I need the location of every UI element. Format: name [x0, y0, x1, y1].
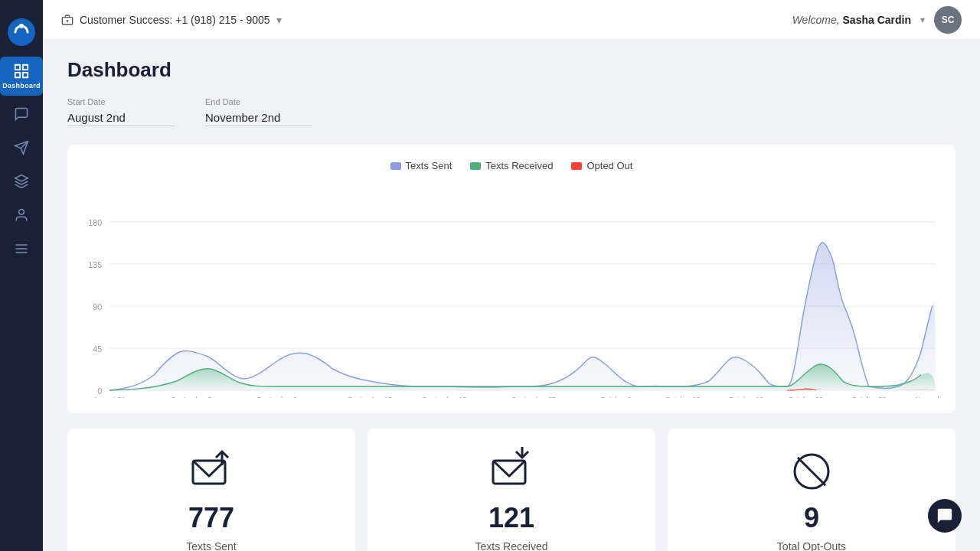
sidebar-item-more[interactable] — [6, 233, 37, 264]
chart-container: Texts Sent Texts Received Opted Out 0 45… — [67, 145, 956, 413]
menu-icon — [14, 241, 29, 256]
svg-text:September 15: September 15 — [348, 396, 392, 398]
svg-rect-4 — [15, 73, 20, 77]
svg-text:45: 45 — [93, 344, 102, 354]
svg-text:September 18: September 18 — [422, 396, 466, 398]
stat-card-opt-outs: 9 Total Opt-Outs — [668, 429, 956, 551]
sidebar-item-contacts[interactable] — [6, 200, 37, 230]
send-icon — [14, 140, 29, 155]
topbar-user: Welcome, Sasha Cardin ▾ SC — [792, 6, 962, 34]
svg-text:September 3: September 3 — [171, 396, 211, 398]
texts-received-icon — [487, 447, 536, 496]
svg-text:November 1: November 1 — [915, 396, 943, 398]
svg-text:September 25: September 25 — [511, 396, 556, 398]
main-content: Customer Success: +1 (918) 215 - 9005 ▾ … — [43, 0, 980, 551]
svg-text:135: 135 — [88, 260, 102, 269]
svg-text:October 6: October 6 — [600, 396, 632, 398]
legend-optout-dot — [571, 162, 582, 170]
start-date-label: Start Date — [67, 97, 175, 106]
texts-received-count: 121 — [488, 502, 534, 534]
business-chevron[interactable]: ▾ — [276, 14, 282, 26]
legend-sent-label: Texts Sent — [406, 160, 452, 171]
svg-text:October 16: October 16 — [728, 396, 763, 398]
legend-received-label: Texts Received — [485, 160, 553, 171]
topbar: Customer Success: +1 (918) 215 - 9005 ▾ … — [43, 0, 980, 40]
sidebar-item-campaigns[interactable] — [6, 132, 37, 163]
layers-icon — [14, 174, 29, 189]
sidebar-item-conversations[interactable] — [6, 99, 37, 129]
start-date-field: Start Date — [67, 97, 175, 126]
business-name: Customer Success: +1 (918) 215 - 9005 — [80, 14, 270, 26]
legend-opted-out: Opted Out — [571, 160, 632, 171]
opt-out-icon — [787, 447, 836, 496]
opt-outs-label: Total Opt-Outs — [777, 540, 846, 551]
texts-received-label: Texts Received — [475, 540, 548, 551]
user-chevron[interactable]: ▾ — [920, 15, 925, 25]
date-filters: Start Date End Date — [67, 97, 956, 126]
sidebar-item-sequences[interactable] — [6, 166, 37, 197]
legend-optout-label: Opted Out — [586, 160, 632, 171]
topbar-business[interactable]: Customer Success: +1 (918) 215 - 9005 ▾ — [61, 14, 282, 26]
page-title: Dashboard — [67, 58, 956, 82]
end-date-label: End Date — [205, 97, 312, 106]
grid-icon — [13, 63, 30, 80]
svg-text:October 22: October 22 — [788, 396, 823, 398]
legend-texts-sent: Texts Sent — [390, 160, 452, 171]
legend-received-dot — [470, 162, 481, 170]
svg-text:October 28: October 28 — [851, 396, 887, 398]
stat-card-texts-sent: 777 Texts Sent — [67, 429, 355, 551]
start-date-input[interactable] — [67, 109, 175, 126]
svg-point-0 — [8, 18, 35, 46]
chat-button[interactable] — [928, 499, 962, 533]
svg-line-43 — [798, 458, 825, 485]
chat-icon — [14, 106, 29, 122]
texts-sent-label: Texts Sent — [186, 540, 236, 551]
stat-cards: 777 Texts Sent 121 Texts Received — [67, 429, 956, 551]
svg-point-9 — [19, 210, 24, 215]
svg-rect-3 — [23, 65, 28, 70]
svg-text:180: 180 — [88, 218, 102, 227]
svg-text:August 31: August 31 — [93, 396, 126, 398]
page-content: Dashboard Start Date End Date Texts Sent — [43, 40, 980, 551]
svg-text:90: 90 — [93, 302, 102, 311]
chart-svg: 0 45 90 135 180 — [80, 184, 943, 398]
texts-sent-count: 777 — [188, 502, 234, 534]
app-logo — [8, 18, 35, 46]
svg-text:0: 0 — [97, 386, 102, 396]
sidebar-item-dashboard[interactable]: Dashboard — [0, 57, 43, 96]
welcome-text: Welcome, Sasha Cardin — [792, 14, 911, 26]
svg-text:October 13: October 13 — [665, 396, 701, 398]
svg-rect-5 — [23, 73, 28, 77]
svg-point-1 — [19, 24, 24, 28]
legend-texts-received: Texts Received — [470, 160, 553, 171]
svg-text:September 9: September 9 — [256, 396, 297, 398]
avatar[interactable]: SC — [934, 6, 962, 34]
sidebar-dashboard-label: Dashboard — [2, 82, 41, 90]
svg-marker-8 — [15, 175, 28, 181]
end-date-input[interactable] — [205, 109, 312, 126]
texts-sent-icon — [187, 447, 236, 496]
opt-outs-count: 9 — [804, 502, 819, 534]
stat-card-texts-received: 121 Texts Received — [368, 429, 655, 551]
legend-sent-dot — [390, 162, 401, 170]
svg-rect-2 — [15, 65, 20, 70]
person-icon — [14, 207, 29, 223]
sidebar: Dashboard — [0, 0, 43, 551]
end-date-field: End Date — [205, 97, 312, 126]
chat-button-icon — [936, 507, 953, 524]
store-icon — [61, 14, 74, 26]
chart-legend: Texts Sent Texts Received Opted Out — [80, 160, 943, 171]
